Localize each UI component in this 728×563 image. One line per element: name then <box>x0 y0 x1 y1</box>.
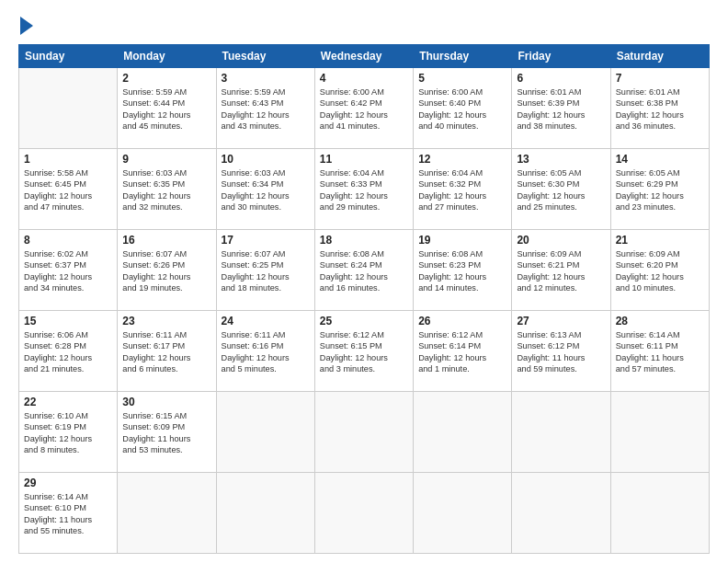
calendar-cell <box>414 392 512 473</box>
cell-content: Sunrise: 6:09 AM Sunset: 6:20 PM Dayligh… <box>616 248 704 294</box>
calendar-cell: 16Sunrise: 6:07 AM Sunset: 6:26 PM Dayli… <box>118 230 216 311</box>
cell-content: Sunrise: 6:02 AM Sunset: 6:37 PM Dayligh… <box>24 248 112 294</box>
calendar-cell: 30Sunrise: 6:15 AM Sunset: 6:09 PM Dayli… <box>118 392 216 473</box>
calendar-week-row: 1Sunrise: 5:58 AM Sunset: 6:45 PM Daylig… <box>19 149 710 230</box>
calendar-cell <box>414 473 512 554</box>
cell-content: Sunrise: 5:59 AM Sunset: 6:44 PM Dayligh… <box>122 86 210 132</box>
calendar-table: SundayMondayTuesdayWednesdayThursdayFrid… <box>18 44 710 554</box>
cell-content: Sunrise: 6:01 AM Sunset: 6:39 PM Dayligh… <box>517 86 605 132</box>
day-number: 4 <box>320 72 408 85</box>
calendar-week-row: 29Sunrise: 6:14 AM Sunset: 6:10 PM Dayli… <box>19 473 710 554</box>
day-header-sunday: Sunday <box>19 45 118 68</box>
calendar-cell: 4Sunrise: 6:00 AM Sunset: 6:42 PM Daylig… <box>314 68 413 149</box>
day-header-monday: Monday <box>118 45 216 68</box>
cell-content: Sunrise: 6:11 AM Sunset: 6:16 PM Dayligh… <box>222 329 310 375</box>
cell-content: Sunrise: 5:58 AM Sunset: 6:45 PM Dayligh… <box>24 167 112 213</box>
cell-content: Sunrise: 6:12 AM Sunset: 6:15 PM Dayligh… <box>320 329 408 375</box>
calendar-cell <box>19 68 118 149</box>
day-number: 21 <box>616 234 704 247</box>
calendar-cell <box>512 473 610 554</box>
calendar-cell <box>216 473 314 554</box>
header <box>18 15 710 35</box>
day-number: 20 <box>517 234 605 247</box>
day-number: 18 <box>320 234 408 247</box>
day-number: 11 <box>320 153 408 166</box>
day-number: 6 <box>517 72 605 85</box>
calendar-cell: 9Sunrise: 6:03 AM Sunset: 6:35 PM Daylig… <box>118 149 216 230</box>
page: SundayMondayTuesdayWednesdayThursdayFrid… <box>0 0 728 563</box>
calendar-cell: 24Sunrise: 6:11 AM Sunset: 6:16 PM Dayli… <box>216 311 314 392</box>
cell-content: Sunrise: 6:06 AM Sunset: 6:28 PM Dayligh… <box>24 329 112 375</box>
calendar-week-row: 2Sunrise: 5:59 AM Sunset: 6:44 PM Daylig… <box>19 68 710 149</box>
day-number: 28 <box>616 315 704 327</box>
day-number: 5 <box>418 72 506 85</box>
calendar-cell: 10Sunrise: 6:03 AM Sunset: 6:34 PM Dayli… <box>216 149 314 230</box>
calendar-cell: 21Sunrise: 6:09 AM Sunset: 6:20 PM Dayli… <box>610 230 709 311</box>
cell-content: Sunrise: 6:14 AM Sunset: 6:10 PM Dayligh… <box>24 491 112 537</box>
calendar-cell: 6Sunrise: 6:01 AM Sunset: 6:39 PM Daylig… <box>512 68 610 149</box>
cell-content: Sunrise: 5:59 AM Sunset: 6:43 PM Dayligh… <box>222 86 310 132</box>
cell-content: Sunrise: 6:08 AM Sunset: 6:24 PM Dayligh… <box>320 248 408 294</box>
calendar-cell: 18Sunrise: 6:08 AM Sunset: 6:24 PM Dayli… <box>314 230 413 311</box>
day-number: 25 <box>320 315 408 327</box>
calendar-cell: 1Sunrise: 5:58 AM Sunset: 6:45 PM Daylig… <box>19 149 118 230</box>
calendar-cell: 29Sunrise: 6:14 AM Sunset: 6:10 PM Dayli… <box>19 473 118 554</box>
cell-content: Sunrise: 6:13 AM Sunset: 6:12 PM Dayligh… <box>517 329 605 375</box>
calendar-week-row: 15Sunrise: 6:06 AM Sunset: 6:28 PM Dayli… <box>19 311 710 392</box>
day-header-wednesday: Wednesday <box>314 45 413 68</box>
cell-content: Sunrise: 6:03 AM Sunset: 6:35 PM Dayligh… <box>122 167 210 213</box>
day-number: 13 <box>517 153 605 166</box>
calendar-cell: 2Sunrise: 5:59 AM Sunset: 6:44 PM Daylig… <box>118 68 216 149</box>
day-number: 24 <box>222 315 310 327</box>
cell-content: Sunrise: 6:15 AM Sunset: 6:09 PM Dayligh… <box>122 410 210 456</box>
cell-content: Sunrise: 6:05 AM Sunset: 6:29 PM Dayligh… <box>616 167 704 213</box>
calendar-cell <box>610 392 709 473</box>
calendar-week-row: 22Sunrise: 6:10 AM Sunset: 6:19 PM Dayli… <box>19 392 710 473</box>
cell-content: Sunrise: 6:07 AM Sunset: 6:25 PM Dayligh… <box>222 248 310 294</box>
calendar-cell: 27Sunrise: 6:13 AM Sunset: 6:12 PM Dayli… <box>512 311 610 392</box>
calendar-cell <box>118 473 216 554</box>
calendar-cell: 7Sunrise: 6:01 AM Sunset: 6:38 PM Daylig… <box>610 68 709 149</box>
calendar-cell: 8Sunrise: 6:02 AM Sunset: 6:37 PM Daylig… <box>19 230 118 311</box>
day-number: 22 <box>24 396 112 408</box>
cell-content: Sunrise: 6:01 AM Sunset: 6:38 PM Dayligh… <box>616 86 704 132</box>
day-number: 14 <box>616 153 704 166</box>
cell-content: Sunrise: 6:11 AM Sunset: 6:17 PM Dayligh… <box>122 329 210 375</box>
day-number: 15 <box>24 315 112 327</box>
calendar-cell <box>610 473 709 554</box>
calendar-cell <box>314 392 413 473</box>
cell-content: Sunrise: 6:04 AM Sunset: 6:32 PM Dayligh… <box>418 167 506 213</box>
day-number: 2 <box>122 72 210 85</box>
cell-content: Sunrise: 6:03 AM Sunset: 6:34 PM Dayligh… <box>222 167 310 213</box>
calendar-cell: 28Sunrise: 6:14 AM Sunset: 6:11 PM Dayli… <box>610 311 709 392</box>
calendar-cell: 11Sunrise: 6:04 AM Sunset: 6:33 PM Dayli… <box>314 149 413 230</box>
calendar-cell: 23Sunrise: 6:11 AM Sunset: 6:17 PM Dayli… <box>118 311 216 392</box>
cell-content: Sunrise: 6:14 AM Sunset: 6:11 PM Dayligh… <box>616 329 704 375</box>
day-number: 1 <box>24 153 112 166</box>
day-number: 8 <box>24 234 112 247</box>
calendar-cell: 13Sunrise: 6:05 AM Sunset: 6:30 PM Dayli… <box>512 149 610 230</box>
calendar-cell: 26Sunrise: 6:12 AM Sunset: 6:14 PM Dayli… <box>414 311 512 392</box>
cell-content: Sunrise: 6:00 AM Sunset: 6:40 PM Dayligh… <box>418 86 506 132</box>
day-number: 30 <box>122 396 210 408</box>
calendar-cell <box>512 392 610 473</box>
cell-content: Sunrise: 6:09 AM Sunset: 6:21 PM Dayligh… <box>517 248 605 294</box>
calendar-cell: 25Sunrise: 6:12 AM Sunset: 6:15 PM Dayli… <box>314 311 413 392</box>
day-number: 12 <box>418 153 506 166</box>
calendar-cell: 22Sunrise: 6:10 AM Sunset: 6:19 PM Dayli… <box>19 392 118 473</box>
day-header-tuesday: Tuesday <box>216 45 314 68</box>
calendar-cell: 12Sunrise: 6:04 AM Sunset: 6:32 PM Dayli… <box>414 149 512 230</box>
day-number: 10 <box>222 153 310 166</box>
cell-content: Sunrise: 6:04 AM Sunset: 6:33 PM Dayligh… <box>320 167 408 213</box>
day-number: 3 <box>222 72 310 85</box>
calendar-cell: 5Sunrise: 6:00 AM Sunset: 6:40 PM Daylig… <box>414 68 512 149</box>
day-number: 7 <box>616 72 704 85</box>
day-number: 26 <box>418 315 506 327</box>
day-number: 19 <box>418 234 506 247</box>
calendar-cell <box>314 473 413 554</box>
cell-content: Sunrise: 6:07 AM Sunset: 6:26 PM Dayligh… <box>122 248 210 294</box>
calendar-cell: 17Sunrise: 6:07 AM Sunset: 6:25 PM Dayli… <box>216 230 314 311</box>
calendar-cell: 3Sunrise: 5:59 AM Sunset: 6:43 PM Daylig… <box>216 68 314 149</box>
calendar-cell <box>216 392 314 473</box>
day-number: 16 <box>122 234 210 247</box>
